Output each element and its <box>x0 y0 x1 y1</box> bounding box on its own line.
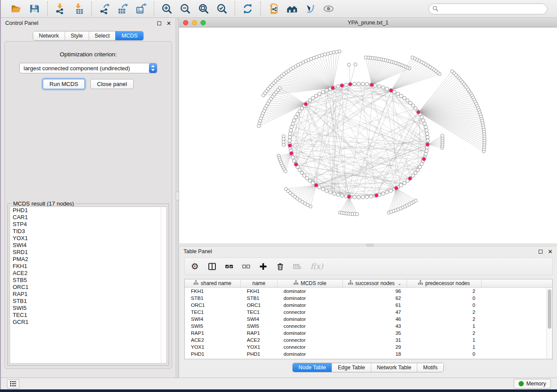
cell[interactable]: dominator <box>277 296 343 301</box>
mcds-result-item[interactable]: CAR1 <box>10 214 166 221</box>
cell[interactable]: 2 <box>407 330 481 336</box>
cell[interactable]: SWI4 <box>241 316 277 322</box>
cell[interactable]: TEC1 <box>185 309 241 315</box>
window-maximize-icon[interactable] <box>201 20 206 25</box>
column-header-successor-nodes[interactable]: successor nodes⌄ <box>343 279 407 287</box>
save-session-icon[interactable] <box>29 3 40 14</box>
cell[interactable]: SWI4 <box>185 316 241 322</box>
cell[interactable]: RAP1 <box>241 330 277 336</box>
cell[interactable]: 2 <box>407 316 481 322</box>
tab-node-table[interactable]: Node Table <box>293 363 332 372</box>
table-row[interactable]: FKH1FKH1dominator962 <box>185 288 547 295</box>
cell[interactable]: 2 <box>407 309 481 315</box>
cell[interactable]: PHD1 <box>185 351 241 357</box>
export-image-icon[interactable] <box>135 3 147 14</box>
mcds-result-item[interactable]: RAP1 <box>10 291 166 298</box>
mcds-result-item[interactable]: SRD1 <box>10 249 166 256</box>
cell[interactable]: SWI5 <box>185 323 241 329</box>
close-panel-icon[interactable]: ✕ <box>548 249 553 254</box>
cell[interactable]: connector <box>277 323 343 329</box>
memory-button[interactable]: Memory <box>514 379 551 389</box>
window-minimize-icon[interactable] <box>192 20 197 25</box>
close-panel-button[interactable]: Close panel <box>90 79 134 89</box>
open-file-icon[interactable] <box>10 3 22 14</box>
cell[interactable]: FKH1 <box>241 289 277 294</box>
table-row[interactable]: SWI5SWI5connector431 <box>185 323 547 330</box>
select-all-rows-icon[interactable] <box>224 261 234 271</box>
table-row[interactable]: ORC1ORC1dominator610 <box>185 302 547 309</box>
cell[interactable]: YOX1 <box>185 344 241 350</box>
mcds-result-item[interactable]: STB1 <box>10 298 166 305</box>
mcds-result-item[interactable]: PMA2 <box>10 256 166 263</box>
tab-network-table[interactable]: Network Table <box>371 363 417 372</box>
column-header-predecessor-nodes[interactable]: predecessor nodes <box>407 279 481 287</box>
cell[interactable]: 0 <box>407 303 481 308</box>
mcds-result-item[interactable]: STB5 <box>10 277 166 284</box>
cell[interactable]: dominator <box>277 330 343 336</box>
cell[interactable]: PHD1 <box>241 351 277 357</box>
cell[interactable]: dominator <box>277 303 343 308</box>
cell[interactable]: TEC1 <box>241 309 277 315</box>
delete-column-icon[interactable] <box>275 261 285 271</box>
cell[interactable]: STB1 <box>185 296 241 301</box>
tab-network[interactable]: Network <box>33 31 65 40</box>
vertical-splitter[interactable] <box>176 18 179 378</box>
mcds-result-item[interactable]: PHD1 <box>10 207 166 214</box>
cell[interactable]: 18 <box>343 351 407 357</box>
home-networks-icon[interactable] <box>286 3 298 14</box>
tab-select[interactable]: Select <box>89 31 116 40</box>
cell[interactable]: connector <box>277 337 343 343</box>
mcds-result-item[interactable]: ORC1 <box>10 284 166 291</box>
cell[interactable]: ORC1 <box>241 303 277 308</box>
deselect-all-rows-icon[interactable] <box>241 261 251 271</box>
hide-preview-eye-icon[interactable] <box>323 3 334 14</box>
cell[interactable]: connector <box>277 344 343 350</box>
table-row[interactable]: TEC1TEC1connector472 <box>185 309 547 316</box>
mcds-result-item[interactable]: GCR1 <box>10 319 166 326</box>
cell[interactable]: 0 <box>407 296 481 301</box>
cell[interactable]: RAP1 <box>185 330 241 336</box>
mcds-list-scrollbar[interactable] <box>161 207 166 363</box>
cell[interactable]: 61 <box>343 303 407 308</box>
horizontal-splitter[interactable] <box>179 244 557 246</box>
cell[interactable]: 1 <box>407 337 481 343</box>
column-header-MCDS-role[interactable]: MCDS role <box>277 279 343 287</box>
mcds-result-list[interactable]: PHD1CAR1STP4TID3YOX1SWI4SRD1PMA2FKH1ACE2… <box>10 206 167 364</box>
cell[interactable]: ORC1 <box>185 303 241 308</box>
tab-motifs[interactable]: Motifs <box>417 363 443 372</box>
table-row[interactable]: RAP1RAP1dominator352 <box>185 330 547 337</box>
cell[interactable]: 31 <box>343 337 407 343</box>
network-graph[interactable] <box>179 28 557 244</box>
float-panel-icon[interactable] <box>157 21 161 25</box>
cell[interactable]: 2 <box>407 289 481 294</box>
optimization-criterion-select[interactable]: largest connected component (undirected) <box>19 63 157 73</box>
cell[interactable]: FKH1 <box>185 289 241 294</box>
cell[interactable]: SWI5 <box>241 323 277 329</box>
zoom-fit-icon[interactable] <box>198 3 209 14</box>
mcds-result-item[interactable]: FKH1 <box>10 263 166 270</box>
add-column-icon[interactable] <box>258 261 268 271</box>
mcds-result-item[interactable]: STP4 <box>10 221 166 228</box>
cell[interactable]: 46 <box>343 316 407 322</box>
table-row[interactable]: YOX1YOX1connector291 <box>185 344 547 351</box>
zoom-out-icon[interactable] <box>180 3 191 14</box>
cell[interactable]: 43 <box>343 323 407 329</box>
table-row[interactable]: STB1STB1dominator620 <box>185 295 547 302</box>
cell[interactable]: dominator <box>277 351 343 357</box>
float-panel-icon[interactable] <box>539 250 543 254</box>
import-network-icon[interactable] <box>55 3 66 14</box>
network-from-file-icon[interactable] <box>268 3 279 14</box>
cell[interactable]: 62 <box>343 296 407 301</box>
tab-style[interactable]: Style <box>65 31 89 40</box>
mcds-result-item[interactable]: ACE2 <box>10 270 166 277</box>
splitter-handle[interactable] <box>367 244 374 247</box>
scrollbar-thumb[interactable] <box>548 289 551 329</box>
network-canvas[interactable] <box>179 28 557 244</box>
cell[interactable]: 1 <box>407 344 481 350</box>
table-row[interactable]: ACE2ACE2connector311 <box>185 337 547 344</box>
close-panel-icon[interactable]: ✕ <box>166 21 171 26</box>
cell[interactable]: dominator <box>277 289 343 294</box>
mcds-result-item[interactable]: YOX1 <box>10 235 166 242</box>
cell[interactable]: 0 <box>407 351 481 357</box>
show-column-icon[interactable] <box>207 261 217 271</box>
